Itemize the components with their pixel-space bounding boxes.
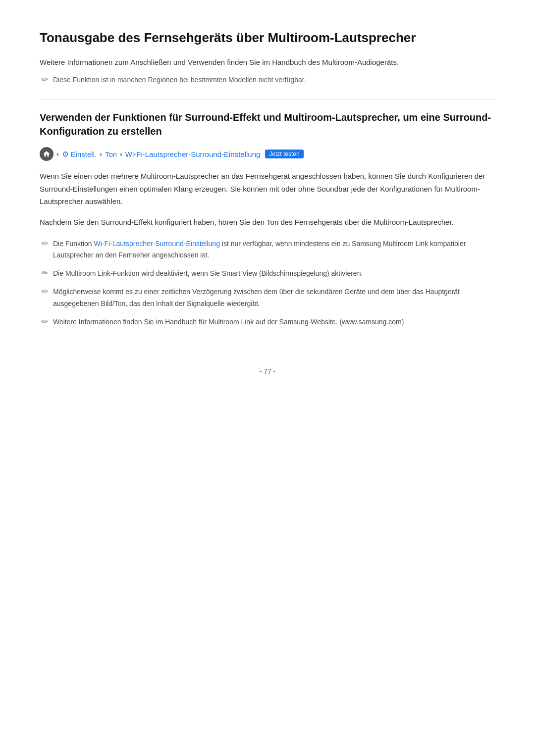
note-item-1: ✏ Die Funktion Wi-Fi-Lautsprecher-Surrou… [40,238,495,261]
section-divider [40,99,495,100]
body-text-2: Nachdem Sie den Surround-Effekt konfigur… [40,216,495,229]
pencil-icon-note-3: ✏ [42,287,48,296]
note-item-3: ✏ Möglicherweise kommt es zu einer zeitl… [40,286,495,309]
page-title: Tonausgabe des Fernsehgeräts über Multir… [40,30,495,47]
note-text-3: Möglicherweise kommt es zu einer zeitlic… [53,286,495,309]
pencil-icon-intro: ✏ [42,75,48,84]
pencil-icon-note-2: ✏ [42,268,48,278]
intro-note-text: Diese Funktion ist in manchen Regionen b… [53,74,306,85]
note-text-4: Weitere Informationen finden Sie im Hand… [53,316,404,328]
jetzt-testen-badge[interactable]: Jetzt testen [265,150,303,158]
note-text-2: Die Multiroom Link-Funktion wird deaktiv… [53,268,363,279]
settings-label: Einstell. [71,150,97,158]
note-item-2: ✏ Die Multiroom Link-Funktion wird deakt… [40,268,495,279]
note-1-before-link: Die Funktion [53,240,94,248]
page-number: - 77 - [260,367,276,375]
chevron-icon-1: › [56,150,59,158]
notes-section: ✏ Die Funktion Wi-Fi-Lautsprecher-Surrou… [40,238,495,328]
wifi-setting-breadcrumb: Wi-Fi-Lautsprecher-Surround-Einstellung [125,150,261,158]
chevron-icon-2: › [100,150,102,158]
ton-breadcrumb-link[interactable]: Ton [105,150,117,158]
page-footer: - 77 - [40,367,495,375]
note-item-4: ✏ Weitere Informationen finden Sie im Ha… [40,316,495,328]
gear-icon: ⚙ [62,150,69,159]
note-1-link[interactable]: Wi-Fi-Lautsprecher-Surround-Einstellung [94,240,219,248]
pencil-icon-note-1: ✏ [42,239,48,248]
breadcrumb: › ⚙ Einstell. › Ton › Wi-Fi-Lautsprecher… [40,147,495,161]
home-icon[interactable] [40,147,54,161]
intro-note-row: ✏ Diese Funktion ist in manchen Regionen… [40,74,495,85]
settings-breadcrumb[interactable]: ⚙ Einstell. [62,150,97,159]
intro-text: Weitere Informationen zum Anschließen un… [40,56,495,68]
pencil-icon-note-4: ✏ [42,317,48,326]
chevron-icon-3: › [120,150,122,158]
note-text-1: Die Funktion Wi-Fi-Lautsprecher-Surround… [53,238,495,261]
body-text-1: Wenn Sie einen oder mehrere Multiroom-La… [40,170,495,208]
section-title: Verwenden der Funktionen für Surround-Ef… [40,110,495,138]
